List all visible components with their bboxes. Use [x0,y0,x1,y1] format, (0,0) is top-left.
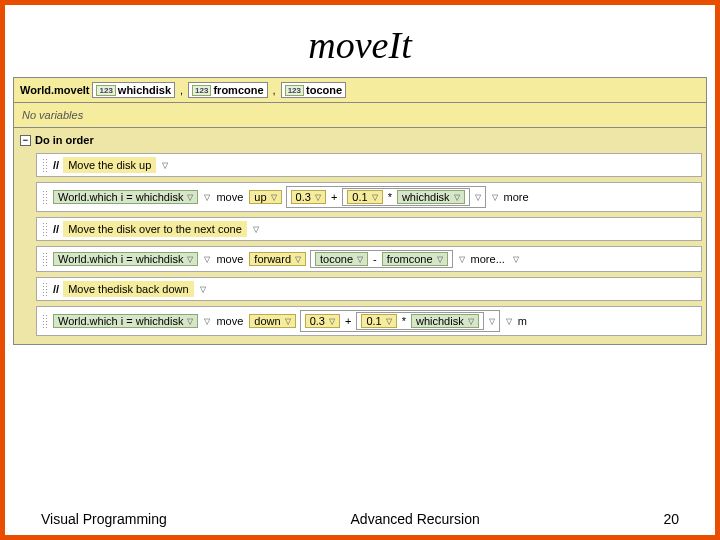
move-keyword: move [214,253,245,265]
chevron-down-icon[interactable]: ▽ [487,317,495,326]
direction-tile[interactable]: down ▽ [249,314,295,328]
code-editor: World.moveIt 123 whichdisk , 123 fromcon… [13,77,707,345]
footer-left: Visual Programming [41,511,167,527]
chevron-down-icon[interactable]: ▽ [160,161,168,170]
comment-text[interactable]: Move the disk over to the next cone [63,221,247,237]
slide-title: moveIt [5,5,715,77]
slide-footer: Visual Programming Advanced Recursion 20 [5,511,715,527]
subject-tile[interactable]: World.which i = whichdisk ▽ [53,190,198,204]
chevron-down-icon[interactable]: ▽ [185,317,193,326]
chevron-down-icon[interactable]: ▽ [293,255,301,264]
distance-expression[interactable]: 0.3 ▽ + 0.1 ▽ * whichdisk ▽ [300,310,500,332]
variable-text: whichdisk [416,315,464,327]
comment-text[interactable]: Move thedisk back down [63,281,193,297]
comment-slash: // [53,159,59,171]
chevron-down-icon[interactable]: ▽ [457,255,465,264]
comma: , [178,84,185,96]
variable-tile[interactable]: fromcone ▽ [382,252,448,266]
chevron-down-icon[interactable]: ▽ [384,317,392,326]
chevron-down-icon[interactable]: ▽ [269,193,277,202]
plus-operator: + [343,315,353,327]
chevron-down-icon[interactable]: ▽ [202,193,210,202]
do-in-order-header[interactable]: − Do in order [18,132,702,148]
chevron-down-icon[interactable]: ▽ [452,193,460,202]
number-tile[interactable]: 0.1 ▽ [347,190,382,204]
drag-grip-icon[interactable] [42,252,49,266]
move-down-statement[interactable]: World.which i = whichdisk ▽ ▽ move down … [36,306,702,336]
number-type-icon: 123 [285,85,304,96]
variable-text: whichdisk [402,191,450,203]
chevron-down-icon[interactable]: ▽ [283,317,291,326]
more-label[interactable]: m [516,315,529,327]
move-keyword: move [214,315,245,327]
param-label: tocone [306,84,342,96]
variable-tile[interactable]: whichdisk ▽ [397,190,465,204]
variable-text: fromcone [387,253,433,265]
subject-tile[interactable]: World.which i = whichdisk ▽ [53,252,198,266]
number-tile[interactable]: 0.1 ▽ [361,314,396,328]
star-operator: * [400,315,408,327]
chevron-down-icon[interactable]: ▽ [490,193,498,202]
drag-grip-icon[interactable] [42,158,49,172]
move-forward-statement[interactable]: World.which i = whichdisk ▽ ▽ move forwa… [36,246,702,272]
chevron-down-icon[interactable]: ▽ [327,317,335,326]
direction-tile[interactable]: up ▽ [249,190,281,204]
param-label: whichdisk [118,84,171,96]
direction-tile[interactable]: forward ▽ [249,252,306,266]
comment-slash: // [53,223,59,235]
more-label[interactable]: more [502,191,531,203]
param-whichdisk[interactable]: 123 whichdisk [92,82,175,98]
number-tile[interactable]: 0.3 ▽ [291,190,326,204]
distance-expression[interactable]: tocone ▽ - fromcone ▽ [310,250,453,268]
drag-grip-icon[interactable] [42,282,49,296]
chevron-down-icon[interactable]: ▽ [202,255,210,264]
move-keyword: move [214,191,245,203]
drag-grip-icon[interactable] [42,314,49,328]
number-tile[interactable]: 0.3 ▽ [305,314,340,328]
number-text: 0.3 [310,315,325,327]
variable-text: tocone [320,253,353,265]
comment-row[interactable]: // Move the disk up ▽ [36,153,702,177]
distance-expression[interactable]: 0.3 ▽ + 0.1 ▽ * whichdisk ▽ [286,186,486,208]
subject-text: World.which i = whichdisk [58,315,183,327]
collapse-icon[interactable]: − [20,135,31,146]
chevron-down-icon[interactable]: ▽ [473,193,481,202]
chevron-down-icon[interactable]: ▽ [504,317,512,326]
plus-operator: + [329,191,339,203]
param-tocone[interactable]: 123 tocone [281,82,346,98]
subject-text: World.which i = whichdisk [58,253,183,265]
comment-row[interactable]: // Move thedisk back down ▽ [36,277,702,301]
chevron-down-icon[interactable]: ▽ [185,255,193,264]
slide-frame: moveIt World.moveIt 123 whichdisk , 123 … [0,0,720,540]
number-text: 0.1 [352,191,367,203]
chevron-down-icon[interactable]: ▽ [198,285,206,294]
subject-tile[interactable]: World.which i = whichdisk ▽ [53,314,198,328]
move-up-statement[interactable]: World.which i = whichdisk ▽ ▽ move up ▽ … [36,182,702,212]
drag-grip-icon[interactable] [42,190,49,204]
chevron-down-icon[interactable]: ▽ [251,225,259,234]
param-label: fromcone [213,84,263,96]
do-in-order-block[interactable]: − Do in order // Move the disk up ▽ Worl… [13,128,707,345]
direction-text: down [254,315,280,327]
inner-expression[interactable]: 0.1 ▽ * whichdisk ▽ [342,188,469,206]
variable-tile[interactable]: whichdisk ▽ [411,314,479,328]
chevron-down-icon[interactable]: ▽ [511,255,519,264]
inner-expression[interactable]: 0.1 ▽ * whichdisk ▽ [356,312,483,330]
star-operator: * [386,191,394,203]
footer-center: Advanced Recursion [167,511,664,527]
more-label[interactable]: more... [469,253,507,265]
comment-row[interactable]: // Move the disk over to the next cone ▽ [36,217,702,241]
chevron-down-icon[interactable]: ▽ [355,255,363,264]
chevron-down-icon[interactable]: ▽ [370,193,378,202]
variable-tile[interactable]: tocone ▽ [315,252,368,266]
chevron-down-icon[interactable]: ▽ [185,193,193,202]
comma: , [271,84,278,96]
drag-grip-icon[interactable] [42,222,49,236]
chevron-down-icon[interactable]: ▽ [435,255,443,264]
chevron-down-icon[interactable]: ▽ [466,317,474,326]
chevron-down-icon[interactable]: ▽ [202,317,210,326]
param-fromcone[interactable]: 123 fromcone [188,82,267,98]
direction-text: up [254,191,266,203]
chevron-down-icon[interactable]: ▽ [313,193,321,202]
comment-text[interactable]: Move the disk up [63,157,156,173]
